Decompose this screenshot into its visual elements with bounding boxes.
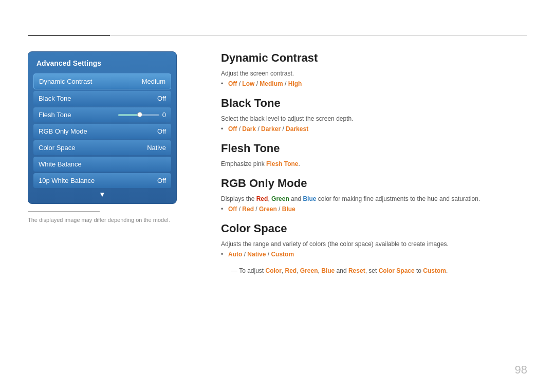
subnote-reset: Reset (348, 267, 365, 274)
right-content: Dynamic Contrast Adjust the screen contr… (221, 51, 527, 274)
section-bullet-color-space: Auto / Native / Custom (221, 251, 527, 258)
option-green-rgb: Green (259, 206, 277, 213)
sep9: / (279, 206, 282, 213)
scroll-down-arrow[interactable]: ▼ (33, 190, 171, 198)
subnote-color: Color (266, 267, 282, 274)
menu-value-flesh-tone: 0 (162, 111, 166, 119)
menu-value-black-tone: Off (157, 95, 166, 102)
menu-label-flesh-tone: Flesh Tone (39, 111, 71, 119)
section-desc-color-space: Adjusts the range and variety of colors … (221, 240, 527, 248)
rgb-green: Green (271, 195, 289, 202)
menu-item-flesh-tone[interactable]: Flesh Tone 0 (33, 107, 171, 122)
option-medium-dc: Medium (260, 80, 283, 87)
menu-value-rgb-only-mode: Off (157, 127, 166, 135)
section-color-space: Color Space Adjusts the range and variet… (221, 222, 527, 274)
menu-item-dynamic-contrast[interactable]: Dynamic Contrast Medium (33, 73, 171, 89)
menu-item-color-space[interactable]: Color Space Native (33, 140, 171, 155)
color-space-sub-note: To adjust Color, Red, Green, Blue and Re… (221, 267, 527, 274)
flesh-tone-slider-area: 0 (118, 111, 166, 119)
section-title-color-space: Color Space (221, 222, 527, 235)
section-black-tone: Black Tone Select the black level to adj… (221, 97, 527, 133)
menu-value-dynamic-contrast: Medium (142, 78, 165, 85)
section-desc-flesh-tone: Emphasize pink Flesh Tone. (221, 160, 527, 167)
menu-value-color-space: Native (147, 144, 166, 152)
option-dark-bt: Dark (242, 125, 256, 133)
left-panel: Advanced Settings Dynamic Contrast Mediu… (28, 51, 177, 223)
rgb-red: Red (256, 195, 268, 202)
panel-note: The displayed image may differ depending… (28, 217, 177, 223)
option-high-dc: High (288, 80, 302, 87)
flesh-tone-slider-thumb (137, 112, 142, 117)
subnote-color-space: Color Space (379, 267, 415, 274)
menu-label-white-balance: White Balance (39, 160, 82, 168)
option-off-dc: Off (228, 80, 237, 87)
section-title-black-tone: Black Tone (221, 97, 527, 110)
section-desc-black-tone: Select the black level to adjust the scr… (221, 115, 527, 122)
option-custom-cs: Custom (271, 251, 294, 258)
left-separator (28, 211, 100, 212)
rgb-blue: Blue (303, 195, 316, 202)
page-number: 98 (515, 363, 527, 377)
section-bullet-rgb: Off / Red / Green / Blue (221, 206, 527, 213)
option-off-rgb: Off (228, 206, 237, 213)
menu-item-black-tone[interactable]: Black Tone Off (33, 91, 171, 106)
section-rgb-only-mode: RGB Only Mode Displays the Red, Green an… (221, 177, 527, 213)
option-darker-bt: Darker (261, 125, 281, 133)
flesh-tone-slider-track[interactable] (118, 114, 159, 116)
subnote-red: Red (285, 267, 297, 274)
advanced-settings-box: Advanced Settings Dynamic Contrast Mediu… (28, 51, 177, 204)
section-bullet-dynamic-contrast: Off / Low / Medium / High (221, 80, 527, 87)
section-bullet-black-tone: Off / Dark / Darker / Darkest (221, 125, 527, 133)
subnote-custom: Custom (423, 267, 446, 274)
menu-item-10p-white-balance[interactable]: 10p White Balance Off (33, 173, 171, 188)
menu-item-white-balance[interactable]: White Balance (33, 157, 171, 172)
option-darkest-bt: Darkest (286, 125, 308, 133)
top-border-accent (28, 35, 110, 36)
option-native-cs: Native (247, 251, 266, 258)
section-title-rgb-only-mode: RGB Only Mode (221, 177, 527, 190)
subnote-green: Green (300, 267, 318, 274)
section-dynamic-contrast: Dynamic Contrast Adjust the screen contr… (221, 51, 527, 87)
menu-label-dynamic-contrast: Dynamic Contrast (39, 78, 92, 85)
flesh-tone-highlight: Flesh Tone (266, 160, 298, 167)
subnote-blue: Blue (321, 267, 335, 274)
option-low-dc: Low (242, 80, 254, 87)
section-desc-rgb-only-mode: Displays the Red, Green and Blue color f… (221, 195, 527, 202)
menu-value-10p-white-balance: Off (157, 177, 166, 184)
section-flesh-tone: Flesh Tone Emphasize pink Flesh Tone. (221, 142, 527, 167)
section-desc-dynamic-contrast: Adjust the screen contrast. (221, 70, 527, 77)
option-off-bt: Off (228, 125, 237, 133)
option-red-rgb: Red (242, 206, 254, 213)
panel-title: Advanced Settings (33, 57, 171, 69)
option-blue-rgb: Blue (282, 206, 295, 213)
menu-item-rgb-only-mode[interactable]: RGB Only Mode Off (33, 124, 171, 139)
sep3: / (285, 80, 288, 87)
top-border-line (110, 35, 527, 36)
top-border (28, 35, 527, 36)
menu-label-10p-white-balance: 10p White Balance (39, 177, 95, 184)
section-title-flesh-tone: Flesh Tone (221, 142, 527, 155)
menu-label-rgb-only-mode: RGB Only Mode (39, 127, 87, 135)
option-auto-cs: Auto (228, 251, 242, 258)
menu-label-color-space: Color Space (39, 144, 76, 152)
section-title-dynamic-contrast: Dynamic Contrast (221, 51, 527, 65)
menu-label-black-tone: Black Tone (39, 95, 71, 102)
